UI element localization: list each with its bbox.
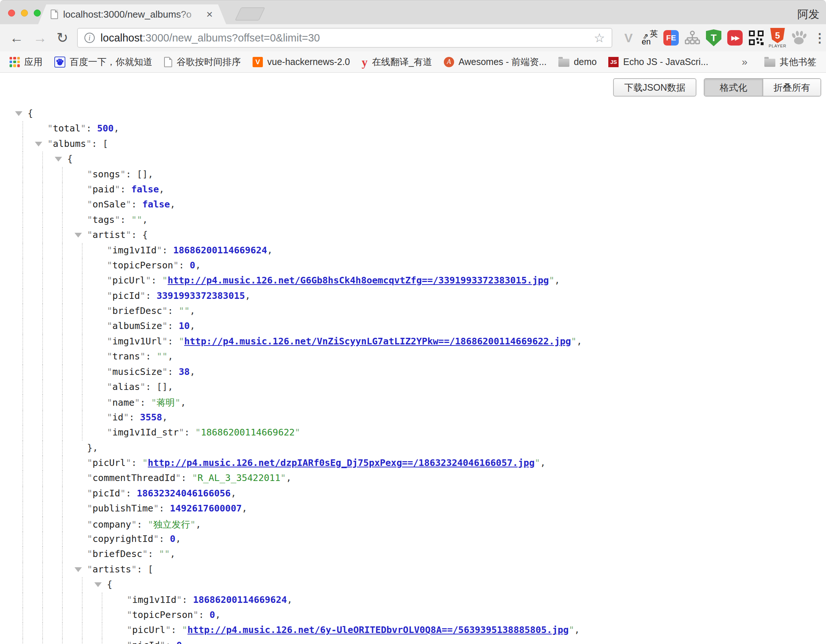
bookmark-item[interactable]: 谷歌按时间排序	[160, 54, 245, 70]
collapse-triangle-icon[interactable]	[75, 567, 82, 572]
json-line: {	[0, 106, 826, 121]
folder-icon	[558, 59, 570, 67]
bookmark-item[interactable]: demo	[554, 54, 601, 70]
collapse-triangle-icon[interactable]	[15, 111, 22, 116]
reload-icon[interactable]: ↻	[56, 31, 68, 45]
collapse-triangle-icon[interactable]	[94, 582, 102, 587]
json-line: "topicPerson": 0,	[0, 608, 826, 623]
json-line: "albums": [	[0, 137, 826, 152]
json-line: },	[0, 441, 826, 456]
bookmark-label: 在线翻译_有道	[372, 56, 432, 68]
bookmarks-bar: 应用百度一下，你就知道谷歌按时间排序Vvue-hackernews-2.0y在线…	[0, 51, 826, 73]
awesomes-icon: A	[444, 57, 454, 67]
tampermonkey-extension-icon[interactable]: T	[706, 28, 722, 47]
json-url-link[interactable]: http://p4.music.126.net/dzpIARf0sEg_Dj75…	[148, 458, 535, 468]
baidu-paw-icon	[54, 57, 65, 68]
browser-tab[interactable]: localhost:3000/new_albums?o ×	[38, 5, 226, 24]
youdao-icon: y	[362, 56, 368, 68]
json-line: "artists": [	[0, 562, 826, 577]
echojs-icon: JS	[608, 57, 619, 67]
page-actions: 下载JSON数据 格式化 折叠所有	[613, 78, 821, 96]
extensions-row: V⇗英enFE T▶▶ 5PLAYER	[620, 28, 807, 47]
address-bar[interactable]: i localhost:3000/new_albums?offset=0&lim…	[77, 28, 612, 48]
bookmark-label: 百度一下，你就知道	[70, 56, 152, 68]
html5-player-extension-icon[interactable]: 5PLAYER	[770, 28, 786, 47]
new-tab-button[interactable]	[235, 7, 266, 20]
json-line: "paid": false,	[0, 182, 826, 197]
json-line: "copyrightId": 0,	[0, 532, 826, 547]
bookmark-label: 谷歌按时间排序	[177, 56, 241, 68]
json-line: "alias": [],	[0, 380, 826, 395]
json-line: "id": 3558,	[0, 410, 826, 425]
json-line: "picId": 0,	[0, 638, 826, 644]
minimize-window-button[interactable]	[21, 9, 28, 17]
collapse-triangle-icon[interactable]	[55, 157, 62, 161]
json-line: "picId": 18632324046166056,	[0, 486, 826, 501]
page-info-icon[interactable]: i	[84, 33, 95, 43]
profile-name: 阿发	[797, 7, 820, 22]
browser-toolbar: ← → ↻ i localhost:3000/new_albums?offset…	[0, 24, 826, 51]
forward-icon: →	[33, 31, 47, 45]
json-viewer: {"total": 500,"albums": [{"songs": [],"p…	[0, 106, 826, 644]
bookmark-label: vue-hackernews-2.0	[267, 57, 350, 67]
apps-grid-icon	[9, 57, 20, 67]
download-json-button[interactable]: 下载JSON数据	[613, 78, 696, 96]
close-window-button[interactable]	[8, 9, 15, 17]
fe-helper-extension-icon[interactable]: FE	[663, 28, 679, 47]
bookmark-item[interactable]: 百度一下，你就知道	[50, 54, 157, 70]
bookmark-item[interactable]: Vvue-hackernews-2.0	[248, 54, 354, 70]
view-mode-segmented-control: 格式化 折叠所有	[704, 78, 821, 96]
window-titlebar: localhost:3000/new_albums?o × 阿发	[0, 0, 826, 24]
back-icon[interactable]: ←	[9, 31, 23, 45]
collapse-triangle-icon[interactable]	[35, 142, 42, 146]
json-line: "topicPerson": 0,	[0, 258, 826, 273]
tab-favicon-icon	[51, 9, 58, 19]
format-button[interactable]: 格式化	[705, 79, 762, 96]
translator-extension-icon[interactable]: ⇗英en	[642, 28, 658, 47]
bookmark-star-icon[interactable]: ☆	[594, 31, 605, 45]
vue-icon: V	[253, 57, 263, 67]
json-line: "onSale": false,	[0, 197, 826, 212]
tab-title: localhost:3000/new_albums?o	[63, 9, 203, 20]
fullscreen-window-button[interactable]	[34, 9, 41, 17]
bookmarks-overflow-icon[interactable]: »	[739, 56, 750, 68]
json-line: "img1v1Id": 18686200114669624,	[0, 593, 826, 608]
bookmark-label: 应用	[24, 56, 43, 68]
json-line: "img1v1Id_str": "18686200114669622"	[0, 425, 826, 440]
json-line: "name": "蒋明",	[0, 395, 826, 410]
json-line: "total": 500,	[0, 121, 826, 136]
json-line: "commentThreadId": "R_AL_3_35422011",	[0, 471, 826, 486]
bookmark-label: Awesomes - 前端资...	[458, 56, 547, 68]
json-line: "trans": "",	[0, 349, 826, 364]
json-line: "picUrl": "http://p4.music.126.net/6y-Ul…	[0, 623, 826, 638]
json-line: "artist": {	[0, 228, 826, 243]
bookmark-item[interactable]: AAwesomes - 前端资...	[439, 54, 551, 70]
json-line: {	[0, 577, 826, 592]
traffic-lights	[8, 9, 41, 17]
tab-close-icon[interactable]: ×	[206, 9, 213, 20]
json-url-link[interactable]: http://p4.music.126.net/G6Gb8hsCk4h8oemc…	[168, 275, 549, 286]
bookmark-items: 应用百度一下，你就知道谷歌按时间排序Vvue-hackernews-2.0y在线…	[5, 54, 739, 70]
json-line: "briefDesc": "",	[0, 547, 826, 562]
vue-devtools-extension-icon[interactable]: V	[620, 28, 637, 47]
json-line: "img1v1Id": 18686200114669624,	[0, 243, 826, 258]
folder-icon	[764, 59, 775, 67]
json-line: "briefDesc": "",	[0, 304, 826, 319]
json-url-link[interactable]: http://p4.music.126.net/6y-UleORITEDbvrO…	[188, 625, 569, 635]
json-line: "publishTime": 1492617600007,	[0, 501, 826, 516]
bookmark-item[interactable]: JSEcho JS - JavaScri...	[604, 54, 713, 70]
json-line: "tags": "",	[0, 213, 826, 228]
bookmark-item[interactable]: y在线翻译_有道	[357, 54, 436, 70]
json-line: "company": "独立发行",	[0, 517, 826, 532]
other-bookmarks-folder[interactable]: 其他书签	[760, 54, 821, 70]
sitemap-extension-icon[interactable]	[684, 28, 700, 47]
collapse-all-button[interactable]: 折叠所有	[762, 79, 820, 96]
qr-code-extension-icon[interactable]	[748, 28, 764, 47]
video-helper-extension-icon[interactable]: ▶▶	[727, 28, 743, 47]
bookmark-item[interactable]: 应用	[5, 54, 47, 70]
json-url-link[interactable]: http://p4.music.126.net/VnZiScyynLG7atLI…	[184, 336, 571, 347]
claw-extension-icon[interactable]	[791, 28, 807, 47]
chrome-menu-icon[interactable]: ⋮	[814, 31, 826, 45]
url-text: localhost:3000/new_albums?offset=0&limit…	[101, 32, 590, 44]
collapse-triangle-icon[interactable]	[75, 233, 82, 237]
